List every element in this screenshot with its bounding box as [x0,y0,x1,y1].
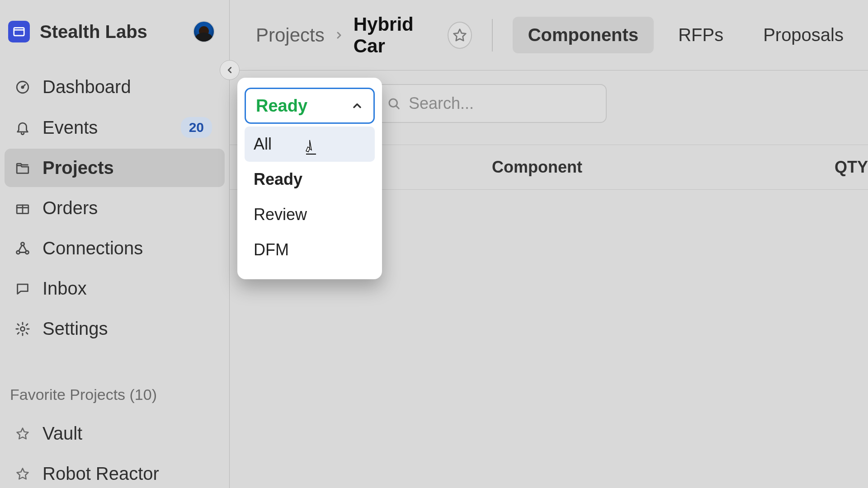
favorite-toggle-button[interactable] [448,22,472,49]
brand-name: Stealth Labs [40,22,147,42]
tab-components[interactable]: Components [513,17,654,53]
folders-icon [14,160,31,176]
sidebar: Stealth Labs DashboardEvents20ProjectsOr… [0,0,230,488]
sidebar-item-label: Projects [42,158,114,178]
status-option-ready[interactable]: Ready [245,162,375,197]
collapse-sidebar-button[interactable] [220,60,240,80]
svg-marker-8 [17,428,28,439]
svg-marker-9 [17,468,28,479]
svg-line-12 [396,106,399,108]
favorites-heading: Favorite Projects (10) [0,350,229,413]
sidebar-item-label: Events [42,117,98,138]
status-filter-options: AllReadyReviewDFM [245,127,375,267]
brand-row: Stealth Labs [0,8,229,66]
status-option-review[interactable]: Review [245,197,375,232]
sidebar-item-connections[interactable]: Connections [5,229,225,267]
header: Projects Hybrid Car ComponentsRFPsPropos… [230,0,868,70]
sidebar-item-inbox[interactable]: Inbox [5,269,225,308]
sidebar-item-events[interactable]: Events20 [5,108,225,147]
status-filter-value: Ready [256,96,307,116]
svg-point-2 [22,86,24,88]
tab-rfps[interactable]: RFPs [663,17,739,53]
sidebar-item-label: Settings [42,319,108,339]
gauge-icon [14,80,31,95]
status-filter-dropdown: Ready AllReadyReviewDFM [237,78,382,279]
search-icon [387,97,401,110]
search-input[interactable] [409,94,612,113]
favorite-item[interactable]: Vault [5,414,225,453]
breadcrumb-root[interactable]: Projects [256,24,325,46]
search-input-wrapper[interactable] [376,84,607,123]
svg-point-7 [20,327,24,331]
sidebar-item-orders[interactable]: Orders [5,189,225,227]
gear-icon [14,321,31,337]
column-header-component[interactable]: Component [492,158,582,177]
sidebar-item-label: Dashboard [42,77,131,97]
status-filter-trigger[interactable]: Ready [245,88,375,124]
sidebar-item-badge: 20 [181,117,212,138]
sidebar-item-settings[interactable]: Settings [5,310,225,348]
sidebar-item-label: Orders [42,198,98,218]
favorite-item[interactable]: Robot Reactor [5,455,225,488]
sidebar-item-label: Connections [42,238,143,258]
sidebar-item-projects[interactable]: Projects [5,149,225,187]
network-icon [14,241,31,256]
column-header-qty[interactable]: QTY [835,158,868,177]
breadcrumb: Projects Hybrid Car [230,14,429,57]
star-icon [14,467,31,481]
package-icon [14,201,31,216]
star-icon [14,427,31,441]
sidebar-item-dashboard[interactable]: Dashboard [5,68,225,106]
status-option-all[interactable]: All [245,127,375,162]
tab-proposals[interactable]: Proposals [748,17,859,53]
sidebar-item-label: Inbox [42,278,87,299]
svg-rect-0 [14,28,24,36]
svg-marker-10 [454,29,466,40]
favorite-item-label: Vault [42,423,82,444]
chevron-right-icon [334,30,344,41]
chat-icon [14,281,31,296]
divider [492,19,493,52]
status-option-dfm[interactable]: DFM [245,232,375,267]
avatar[interactable] [193,21,215,42]
chevron-up-icon [351,99,363,112]
breadcrumb-current: Hybrid Car [354,14,429,57]
favorite-item-label: Robot Reactor [42,464,159,484]
bell-icon [14,120,31,135]
brand-logo[interactable] [8,21,30,42]
